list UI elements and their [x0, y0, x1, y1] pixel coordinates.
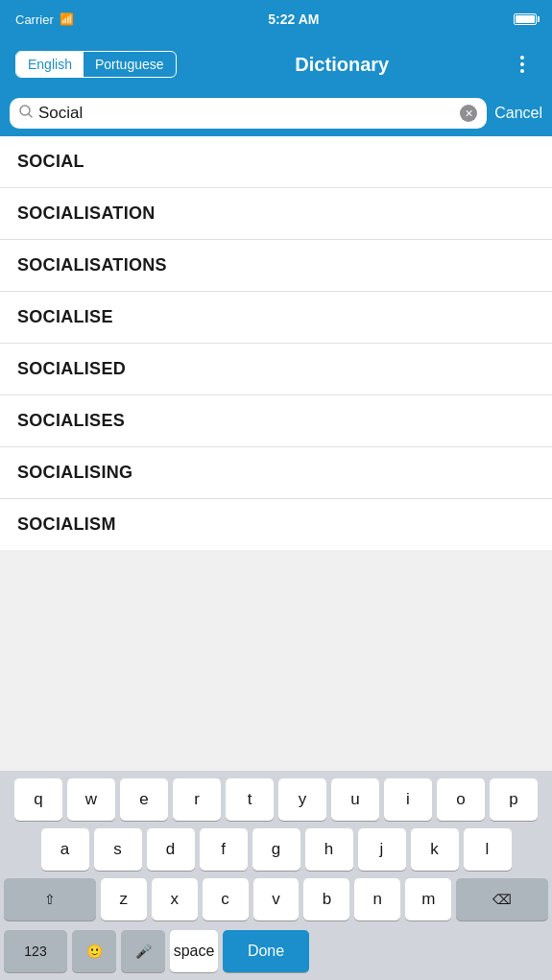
- dot3: [520, 69, 524, 73]
- result-item[interactable]: SOCIALISM: [0, 499, 552, 550]
- search-bar: ✕ Cancel: [0, 90, 552, 136]
- key-t[interactable]: t: [226, 778, 274, 821]
- wifi-icon: 📶: [60, 12, 74, 26]
- nav-title: Dictionary: [295, 54, 389, 76]
- result-item[interactable]: SOCIALISES: [0, 395, 552, 447]
- results-list: SOCIALSOCIALISATIONSOCIALISATIONSSOCIALI…: [0, 136, 552, 550]
- status-time: 5:22 AM: [268, 12, 319, 27]
- result-item[interactable]: SOCIAL: [0, 136, 552, 188]
- result-item[interactable]: SOCIALISED: [0, 344, 552, 395]
- key-s[interactable]: s: [94, 828, 142, 871]
- delete-key[interactable]: ⌫: [456, 878, 548, 920]
- result-item[interactable]: SOCIALISATION: [0, 188, 552, 240]
- status-right: [514, 13, 537, 25]
- microphone-key[interactable]: 🎤: [121, 930, 165, 972]
- nav-bar: English Portuguese Dictionary: [0, 38, 552, 90]
- key-j[interactable]: j: [358, 828, 406, 871]
- key-b[interactable]: b: [303, 878, 349, 920]
- result-item[interactable]: SOCIALISATIONS: [0, 240, 552, 292]
- numbers-key[interactable]: 123: [4, 930, 67, 972]
- space-key[interactable]: space: [170, 930, 218, 972]
- emoji-key[interactable]: 🙂: [72, 930, 116, 972]
- result-item[interactable]: SOCIALISE: [0, 292, 552, 344]
- key-v[interactable]: v: [253, 878, 300, 920]
- language-switcher[interactable]: English Portuguese: [15, 51, 177, 78]
- svg-line-1: [29, 114, 32, 117]
- status-bar: Carrier 📶 5:22 AM: [0, 0, 552, 38]
- search-input-wrap[interactable]: ✕: [10, 98, 487, 129]
- keyboard-row-2: asdfghjkl: [4, 828, 548, 871]
- key-r[interactable]: r: [173, 778, 221, 821]
- results-container: SOCIALSOCIALISATIONSOCIALISATIONSSOCIALI…: [0, 136, 552, 707]
- search-icon: [19, 105, 33, 122]
- key-q[interactable]: q: [14, 778, 62, 821]
- keyboard-row-1: qwertyuiop: [4, 778, 548, 821]
- key-o[interactable]: o: [437, 778, 485, 821]
- key-z[interactable]: z: [101, 878, 147, 920]
- dot2: [520, 62, 524, 66]
- search-input[interactable]: [38, 104, 454, 123]
- shift-key[interactable]: ⇧: [4, 878, 96, 920]
- dot1: [520, 56, 524, 60]
- lang-english-button[interactable]: English: [16, 52, 84, 77]
- key-w[interactable]: w: [67, 778, 115, 821]
- key-l[interactable]: l: [464, 828, 512, 871]
- key-g[interactable]: g: [252, 828, 300, 871]
- key-c[interactable]: c: [203, 878, 249, 920]
- keyboard-bottom-row: 123 🙂 🎤 space Done: [0, 930, 552, 980]
- key-n[interactable]: n: [354, 878, 400, 920]
- key-a[interactable]: a: [41, 828, 89, 871]
- keyboard-rows: qwertyuiop asdfghjkl ⇧ zxcvbnm ⌫: [0, 771, 552, 930]
- cancel-button[interactable]: Cancel: [494, 105, 542, 122]
- keyboard-row-3: ⇧ zxcvbnm ⌫: [4, 878, 548, 920]
- key-u[interactable]: u: [331, 778, 379, 821]
- key-p[interactable]: p: [490, 778, 538, 821]
- clear-search-button[interactable]: ✕: [460, 105, 477, 122]
- key-i[interactable]: i: [384, 778, 432, 821]
- done-key[interactable]: Done: [223, 930, 309, 972]
- keyboard: qwertyuiop asdfghjkl ⇧ zxcvbnm ⌫ 123 🙂 🎤…: [0, 771, 552, 980]
- key-m[interactable]: m: [405, 878, 451, 920]
- battery-icon: [514, 13, 537, 25]
- key-x[interactable]: x: [152, 878, 198, 920]
- key-h[interactable]: h: [305, 828, 353, 871]
- key-e[interactable]: e: [120, 778, 168, 821]
- key-y[interactable]: y: [278, 778, 326, 821]
- carrier-label: Carrier: [15, 12, 54, 27]
- key-d[interactable]: d: [147, 828, 195, 871]
- key-k[interactable]: k: [411, 828, 459, 871]
- key-f[interactable]: f: [200, 828, 248, 871]
- more-options-button[interactable]: [508, 56, 537, 73]
- lang-portuguese-button[interactable]: Portuguese: [84, 52, 176, 77]
- status-left: Carrier 📶: [15, 12, 74, 27]
- result-item[interactable]: SOCIALISING: [0, 447, 552, 499]
